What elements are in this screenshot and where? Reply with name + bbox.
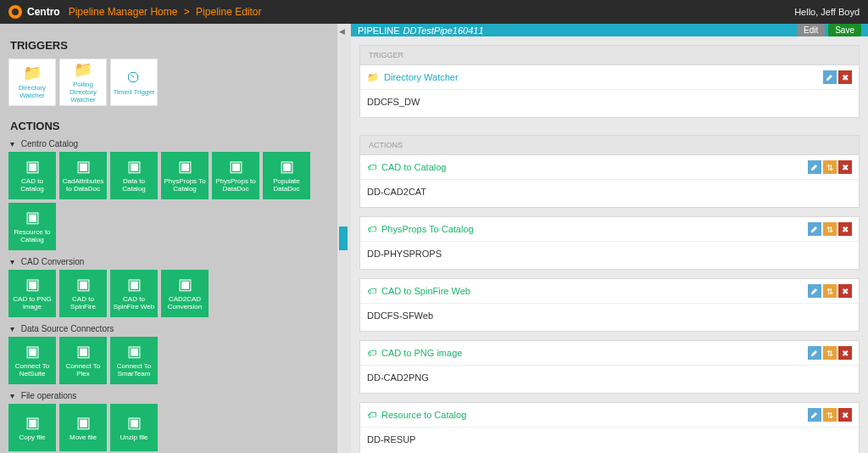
- edit-action-button[interactable]: [808, 284, 821, 298]
- pipeline-action-item: 🏷CAD to SpinFire Web⇅✖DDCFS-SFWeb: [359, 278, 860, 332]
- pipeline-action-title[interactable]: CAD to PNG image: [381, 348, 806, 358]
- action-tile-label: CAD to SpinFire Web: [112, 295, 156, 310]
- palette-panel: TRIGGERS 📁Directory Watcher📁Polling Dire…: [0, 24, 337, 453]
- delete-action-button[interactable]: ✖: [838, 346, 852, 360]
- delete-trigger-button[interactable]: ✖: [838, 70, 852, 84]
- action-tile-populate-datadoc[interactable]: ▣Populate DataDoc: [263, 152, 310, 199]
- move-file-icon: ▣: [76, 414, 91, 432]
- pipeline-action-title[interactable]: CAD to SpinFire Web: [381, 286, 806, 296]
- action-tile-data-to-catalog[interactable]: ▣Data to Catalog: [110, 152, 158, 199]
- delete-action-button[interactable]: ✖: [838, 160, 852, 174]
- physprops-to-datadoc-icon: ▣: [229, 158, 243, 176]
- action-tile-cadattributes-to-datadoc[interactable]: ▣CadAttributes to DataDoc: [59, 152, 107, 199]
- action-tile-cad-to-png-image[interactable]: ▣CAD to PNG image: [8, 270, 56, 317]
- pipeline-header: PIPELINE DDTestPipe160411 Edit Save: [351, 24, 868, 36]
- connect-to-smarteam-icon: ▣: [127, 343, 142, 361]
- action-tile-label: Connect To SmarTeam: [112, 362, 156, 378]
- trigger-tile-timed-trigger[interactable]: ⏲Timed Trigger: [110, 59, 158, 106]
- pipeline-action-title[interactable]: PhysProps To Catalog: [381, 224, 806, 234]
- action-tile-label: Resource to Catalog: [10, 228, 54, 243]
- cad-to-catalog-icon: ▣: [25, 158, 40, 176]
- delete-action-button[interactable]: ✖: [838, 222, 852, 236]
- tag-icon: 🏷: [367, 224, 376, 234]
- action-tile-resource-to-catalog[interactable]: ▣Resource to Catalog: [8, 203, 56, 250]
- breadcrumb-home[interactable]: Pipeline Manager Home: [69, 6, 178, 18]
- pipeline-action-title[interactable]: Resource to Catalog: [381, 410, 806, 420]
- directory-watcher-icon: 📁: [23, 64, 42, 82]
- action-tile-copy-file[interactable]: ▣Copy file: [8, 404, 56, 451]
- pipeline-name: DDTestPipe160411: [403, 25, 484, 36]
- action-tile-row-data-source-connectors: ▣Connect To NetSuite▣Connect To Plex▣Con…: [8, 337, 329, 384]
- breadcrumb-separator: >: [181, 6, 192, 18]
- action-tile-label: CAD2CAD Conversion: [163, 295, 207, 310]
- action-tile-connect-to-smarteam[interactable]: ▣Connect To SmarTeam: [110, 337, 158, 384]
- action-tile-connect-to-netsuite[interactable]: ▣Connect To NetSuite: [8, 337, 56, 384]
- cad-to-spinfire-web-icon: ▣: [127, 276, 142, 294]
- subcategory-data-source-connectors[interactable]: ▾ Data Source Connectors: [10, 324, 327, 333]
- delete-action-button[interactable]: ✖: [838, 284, 852, 298]
- delete-action-button[interactable]: ✖: [838, 408, 852, 422]
- cad2cad-conversion-icon: ▣: [178, 276, 192, 294]
- action-tile-connect-to-plex[interactable]: ▣Connect To Plex: [59, 337, 107, 384]
- reorder-action-button[interactable]: ⇅: [823, 346, 837, 360]
- edit-action-button[interactable]: [808, 408, 821, 422]
- action-tile-row-cad-conversion: ▣CAD to PNG image▣CAD to SpinFire▣CAD to…: [8, 270, 329, 317]
- edit-action-button[interactable]: [808, 160, 821, 174]
- trigger-item-value: DDCFS_DW: [360, 90, 859, 117]
- action-tile-cad-to-spinfire-web[interactable]: ▣CAD to SpinFire Web: [110, 270, 158, 317]
- action-tile-label: PhysProps to DataDoc: [214, 177, 258, 193]
- polling-directory-watcher-icon: 📁: [74, 61, 92, 79]
- action-tile-label: Move file: [70, 433, 97, 441]
- edit-trigger-button[interactable]: [823, 70, 837, 84]
- trigger-tile-polling-directory-watcher[interactable]: 📁Polling Directory Watcher: [59, 59, 107, 106]
- chevron-down-icon: ▾: [10, 139, 19, 148]
- action-tile-move-file[interactable]: ▣Move file: [59, 404, 107, 451]
- pipeline-action-title[interactable]: CAD to Catalog: [381, 162, 806, 172]
- connect-to-netsuite-icon: ▣: [25, 343, 40, 361]
- reorder-action-button[interactable]: ⇅: [823, 284, 837, 298]
- action-tile-label: CAD to PNG image: [10, 295, 54, 310]
- trigger-item-title[interactable]: Directory Watcher: [384, 72, 821, 82]
- trigger-tile-label: Directory Watcher: [11, 84, 53, 99]
- action-tile-row-centro-catalog: ▣CAD to Catalog▣CadAttributes to DataDoc…: [8, 152, 329, 250]
- reorder-action-button[interactable]: ⇅: [823, 160, 837, 174]
- action-tile-label: Copy file: [19, 433, 45, 441]
- chevron-down-icon: ▾: [10, 257, 19, 266]
- tag-icon: 🏷: [367, 410, 376, 420]
- splitter-handle-icon[interactable]: [339, 226, 348, 250]
- action-tile-physprops-to-datadoc[interactable]: ▣PhysProps to DataDoc: [212, 152, 259, 199]
- greeting-text: Hello, Jeff Boyd: [794, 7, 860, 17]
- copy-file-icon: ▣: [25, 414, 40, 432]
- action-tile-cad-to-catalog[interactable]: ▣CAD to Catalog: [8, 152, 56, 199]
- action-tile-unzip-file[interactable]: ▣Unzip file: [110, 404, 158, 451]
- action-tile-physprops-to-catalog[interactable]: ▣PhysProps To Catalog: [161, 152, 209, 199]
- pipeline-action-value: DDCFS-SFWeb: [360, 304, 859, 331]
- splitter[interactable]: ◀: [337, 24, 351, 453]
- data-to-catalog-icon: ▣: [127, 158, 142, 176]
- edit-action-button[interactable]: [808, 346, 821, 360]
- subcategory-centro-catalog[interactable]: ▾ Centro Catalog: [10, 139, 327, 148]
- subcategory-file-operations[interactable]: ▾ File operations: [10, 391, 327, 400]
- chevron-down-icon: ▾: [10, 391, 19, 400]
- action-tile-cad-to-spinfire[interactable]: ▣CAD to SpinFire: [59, 270, 107, 317]
- action-tile-label: CAD to SpinFire: [61, 295, 105, 310]
- trigger-group-heading: Trigger: [359, 45, 860, 64]
- subcategory-cad-conversion[interactable]: ▾ CAD Conversion: [10, 257, 327, 266]
- pipeline-panel: PIPELINE DDTestPipe160411 Edit Save Trig…: [351, 24, 868, 453]
- trigger-tile-label: Timed Trigger: [113, 88, 154, 96]
- edit-action-button[interactable]: [808, 222, 821, 236]
- action-tile-cad2cad-conversion[interactable]: ▣CAD2CAD Conversion: [161, 270, 209, 317]
- triggers-heading: TRIGGERS: [10, 39, 327, 52]
- edit-pipeline-button[interactable]: Edit: [797, 24, 825, 36]
- reorder-action-button[interactable]: ⇅: [823, 408, 837, 422]
- save-pipeline-button[interactable]: Save: [828, 24, 861, 36]
- cad-to-spinfire-icon: ▣: [76, 276, 91, 294]
- pipeline-action-item: 🏷CAD to Catalog⇅✖DD-CAD2CAT: [359, 154, 860, 208]
- actions-group: Actions: [359, 135, 860, 154]
- pipeline-action-value: DD-PHYSPROPS: [360, 242, 859, 269]
- top-bar: Centro Pipeline Manager Home > Pipeline …: [0, 0, 868, 24]
- chevron-down-icon: ▾: [10, 324, 19, 333]
- trigger-tile-directory-watcher[interactable]: 📁Directory Watcher: [8, 59, 56, 106]
- trigger-item: 📁 Directory Watcher ✖ DDCFS_DW: [359, 64, 860, 118]
- reorder-action-button[interactable]: ⇅: [823, 222, 837, 236]
